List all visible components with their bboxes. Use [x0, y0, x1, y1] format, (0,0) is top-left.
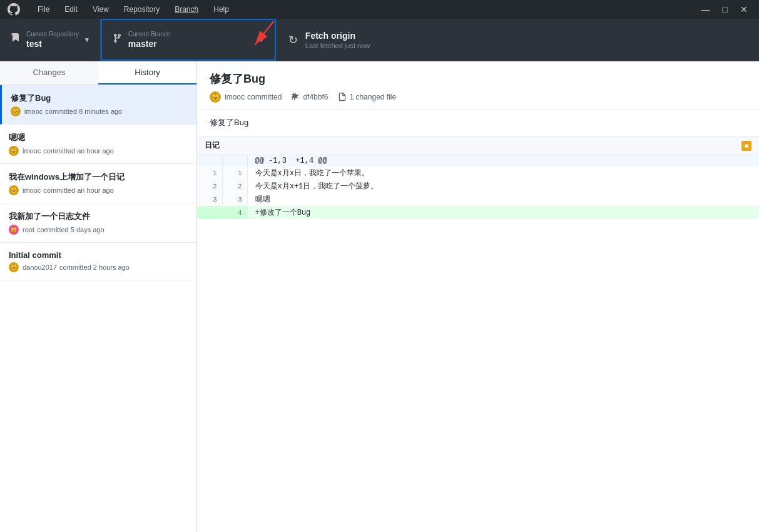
- detail-action: committed: [247, 93, 282, 101]
- menu-edit[interactable]: Edit: [62, 4, 80, 15]
- commit-item-3[interactable]: 我在windows上增加了一个日记 🐱 imooc committed an h…: [0, 164, 196, 203]
- branch-section[interactable]: Current branch master ▼: [101, 19, 276, 61]
- repo-section[interactable]: Current repository test ▼: [0, 19, 101, 61]
- commit-meta-2: 🐱 imooc committed an hour ago: [9, 146, 188, 156]
- table-row: 4 +修改了一个Bug: [197, 206, 759, 219]
- title-bar: File Edit View Repository Branch Help — …: [0, 0, 759, 19]
- fetch-content: Fetch origin Last fetched just now: [305, 31, 370, 49]
- detail-changed-files: 1 changed file: [349, 93, 396, 101]
- table-row: 1 1 今天是x月x日，我吃了一个苹果。: [197, 166, 759, 180]
- commit-files-info: 1 changed file: [338, 93, 396, 101]
- github-logo: [8, 3, 20, 16]
- old-line-num-4: [197, 206, 222, 219]
- repo-value: test: [26, 39, 79, 49]
- commit-detail-title: 修复了Bug: [210, 71, 746, 86]
- content-area: 修复了Bug 🐱 imooc committed df4bbf6: [197, 61, 759, 532]
- new-line-num-1: 1: [222, 166, 247, 180]
- branch-value: master: [128, 39, 253, 49]
- old-line-num-3: 3: [197, 193, 222, 206]
- repo-label: Current repository: [26, 31, 79, 38]
- commit-time-4: committed 5 days ago: [37, 226, 104, 233]
- commit-header: 修复了Bug 🐱 imooc committed df4bbf6: [197, 61, 759, 110]
- commit-info-row: 🐱 imooc committed df4bbf6 1 changed file: [210, 91, 746, 103]
- avatar-1: 🐱: [11, 106, 21, 116]
- avatar-2: 🐱: [9, 146, 19, 156]
- hash-icon: [292, 93, 300, 101]
- branch-icon: [112, 33, 122, 46]
- commit-author-4: root: [23, 226, 34, 233]
- menu-view[interactable]: View: [90, 4, 111, 15]
- repo-dropdown-icon: ▼: [84, 36, 90, 43]
- commit-meta-5: 🐱 danou2017 committed 2 hours ago: [9, 262, 188, 272]
- commit-title-4: 我新加了一个日志文件: [9, 211, 188, 222]
- tab-changes[interactable]: Changes: [0, 61, 98, 84]
- menu-help[interactable]: Help: [211, 4, 232, 15]
- hunk-old-num: [197, 155, 222, 166]
- menu-file[interactable]: File: [35, 4, 52, 15]
- diff-file-name: 日记: [205, 140, 220, 151]
- sidebar: Changes History 修复了Bug 🐱 imooc committed…: [0, 61, 197, 532]
- detail-author: imooc: [225, 93, 245, 101]
- diff-container: 日记 ■ @@ -1,3 +1,4 @@ 1 1 今天是x月x日，我吃了一个苹果…: [197, 136, 759, 532]
- new-line-num-3: 3: [222, 193, 247, 206]
- commit-message-body: 修复了Bug: [197, 110, 759, 136]
- diff-table: @@ -1,3 +1,4 @@ 1 1 今天是x月x日，我吃了一个苹果。 2 2…: [197, 155, 759, 219]
- commit-list: 修复了Bug 🐱 imooc committed 8 minutes ago 嗯…: [0, 85, 196, 532]
- commit-author-info: 🐱 imooc committed: [210, 91, 282, 103]
- branch-label: Current branch: [128, 31, 253, 38]
- commit-meta-4: 🐱 root committed 5 days ago: [9, 225, 188, 235]
- commit-time-5: committed 2 hours ago: [59, 263, 130, 271]
- diff-line-content-2: 今天是x月x+1日，我吃了一个菠萝。: [247, 180, 759, 193]
- old-line-num-1: 1: [197, 166, 222, 180]
- avatar-5: 🐱: [9, 262, 19, 272]
- diff-line-content-1: 今天是x月x日，我吃了一个苹果。: [247, 166, 759, 180]
- menu-branch[interactable]: Branch: [172, 4, 201, 15]
- new-line-num-2: 2: [222, 180, 247, 193]
- commit-item-5[interactable]: Initial commit 🐱 danou2017 committed 2 h…: [0, 243, 196, 280]
- fetch-icon: ↻: [288, 33, 298, 47]
- commit-author-3: imooc: [23, 187, 41, 194]
- commit-time-3: committed an hour ago: [43, 187, 114, 194]
- tab-history[interactable]: History: [98, 61, 196, 84]
- commit-hash-info: df4bbf6: [292, 93, 328, 101]
- commit-title-2: 嗯嗯: [9, 132, 188, 143]
- diff-hunk-header-row: @@ -1,3 +1,4 @@: [197, 155, 759, 166]
- minimize-button[interactable]: —: [698, 4, 714, 14]
- commit-author-2: imooc: [23, 147, 41, 155]
- commit-time-1: committed 8 minutes ago: [45, 108, 122, 115]
- branch-content: Current branch master: [128, 31, 253, 49]
- commit-title-1: 修复了Bug: [11, 93, 188, 104]
- fetch-subtitle: Last fetched just now: [305, 42, 370, 49]
- avatar-4: 🐱: [9, 225, 19, 235]
- commit-meta-1: 🐱 imooc committed 8 minutes ago: [11, 106, 188, 116]
- close-button[interactable]: ✕: [736, 4, 751, 14]
- main-layout: Changes History 修复了Bug 🐱 imooc committed…: [0, 61, 759, 532]
- diff-file-header: 日记 ■: [197, 136, 759, 155]
- hunk-header-content: @@ -1,3 +1,4 @@: [247, 155, 759, 166]
- hunk-new-num: [222, 155, 247, 166]
- table-row: 3 3 嗯嗯: [197, 193, 759, 206]
- repo-icon: [10, 33, 20, 46]
- toolbar: Current repository test ▼ Current branch…: [0, 19, 759, 61]
- fetch-title: Fetch origin: [305, 31, 370, 41]
- table-row: 2 2 今天是x月x+1日，我吃了一个菠萝。: [197, 180, 759, 193]
- diff-expand-icon[interactable]: ■: [741, 141, 751, 151]
- commit-title-5: Initial commit: [9, 250, 188, 260]
- file-icon: [338, 93, 347, 101]
- maximize-button[interactable]: □: [719, 4, 731, 14]
- detail-hash: df4bbf6: [303, 93, 328, 101]
- old-line-num-2: 2: [197, 180, 222, 193]
- commit-title-3: 我在windows上增加了一个日记: [9, 171, 188, 183]
- commit-item-1[interactable]: 修复了Bug 🐱 imooc committed 8 minutes ago: [0, 85, 196, 125]
- commit-item-4[interactable]: 我新加了一个日志文件 🐱 root committed 5 days ago: [0, 203, 196, 243]
- menu-repository[interactable]: Repository: [121, 4, 162, 15]
- diff-line-content-3: 嗯嗯: [247, 193, 759, 206]
- commit-meta-3: 🐱 imooc committed an hour ago: [9, 185, 188, 195]
- branch-dropdown-icon: ▼: [258, 36, 265, 43]
- window-controls: — □ ✕: [698, 4, 751, 14]
- detail-avatar: 🐱: [210, 91, 221, 103]
- repo-content: Current repository test: [26, 31, 79, 49]
- commit-item-2[interactable]: 嗯嗯 🐱 imooc committed an hour ago: [0, 125, 196, 164]
- diff-line-content-4: +修改了一个Bug: [247, 206, 759, 219]
- fetch-section[interactable]: ↻ Fetch origin Last fetched just now: [276, 19, 759, 61]
